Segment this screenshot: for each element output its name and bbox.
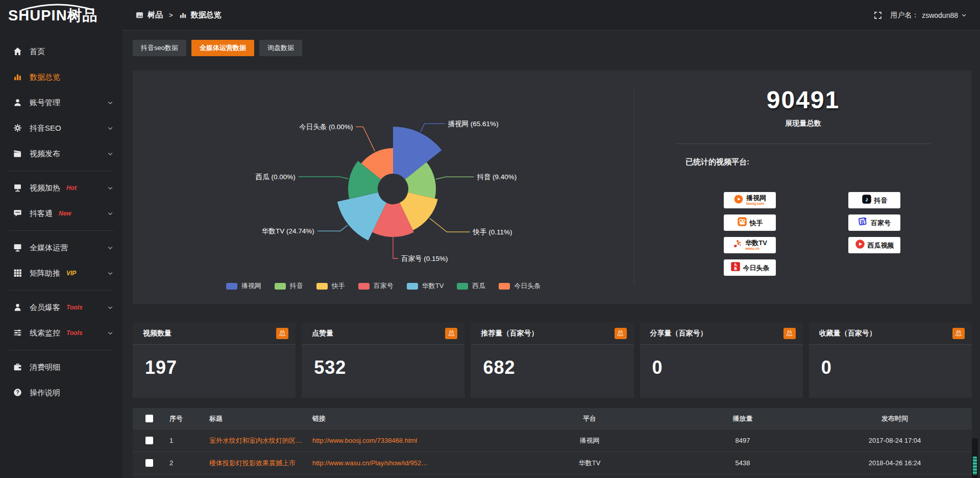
pie-label-华数TV: 华数TV (24.74%) — [262, 227, 314, 235]
breadcrumb-root[interactable]: 树品 — [148, 10, 163, 20]
sidebar-item-3[interactable]: 账号管理 — [0, 90, 122, 115]
sidebar-item-9[interactable]: 矩阵助推VIP — [0, 260, 122, 286]
col-header-num[interactable]: 序号 — [165, 414, 205, 423]
sidebar-item-badge: New — [59, 210, 71, 217]
sidebar: SHUPIN树品 首页数据总览账号管理抖音SEO视频发布视频加热Hot抖客通Ne… — [0, 0, 122, 478]
chevron-down-icon — [107, 270, 113, 276]
chevron-down-icon — [107, 210, 113, 217]
chevron-down-icon — [107, 185, 113, 191]
platform-badge-西瓜视频[interactable]: 西瓜视频 — [848, 237, 900, 253]
stat-card-value: 0 — [809, 345, 972, 378]
impressions-total-value: 90491 — [634, 86, 972, 114]
brand-logo[interactable]: SHUPIN树品 — [0, 0, 122, 32]
platform-name: 百家号 — [871, 220, 891, 226]
svg-text:♪: ♪ — [865, 196, 868, 203]
rose-pie-svg[interactable]: 播视网 (65.61%)抖音 (9.40%)快手 (0.11%)百家号 (0.1… — [133, 70, 634, 275]
chat-icon — [13, 209, 22, 218]
stat-card-total-badge[interactable]: 总 — [615, 328, 627, 339]
row-plays: 8497 — [668, 437, 818, 444]
legend-item-播视网[interactable]: 播视网 — [226, 281, 261, 291]
platform-name: 播视网 — [746, 195, 766, 201]
col-header-link[interactable]: 链接 — [308, 414, 511, 423]
video-url-link[interactable]: http://www.wasu.cn/Play/show/id/952… — [308, 459, 511, 467]
sidebar-item-5[interactable]: 视频发布 — [0, 141, 122, 166]
tab-3[interactable]: 询盘数据 — [259, 40, 302, 56]
stat-card-total-badge[interactable]: 总 — [783, 328, 796, 339]
platform-badge-播视网[interactable]: 播视网boosj.com — [724, 192, 776, 208]
legend-item-华数TV[interactable]: 华数TV — [407, 281, 444, 291]
user-menu[interactable]: 用户名：zswodun88 — [890, 11, 967, 20]
row-platform: 华数TV — [511, 459, 668, 468]
sidebar-item-12[interactable]: 消费明细 — [0, 354, 122, 380]
sidebar-item-label: 视频发布 — [30, 149, 60, 159]
app-root: SHUPIN树品 首页数据总览账号管理抖音SEO视频发布视频加热Hot抖客通Ne… — [0, 0, 980, 478]
video-url-link[interactable]: http://www.boosj.com/7338468.html — [308, 437, 511, 444]
col-header-time[interactable]: 发布时间 — [818, 414, 972, 423]
pie-label-快手: 快手 (0.11%) — [473, 228, 512, 236]
stat-card-title: 视频数量 — [143, 329, 172, 338]
legend-item-快手[interactable]: 快手 — [316, 281, 345, 291]
legend-item-今日头条[interactable]: 今日头条 — [499, 281, 541, 291]
sidebar-item-2[interactable]: 数据总览 — [0, 64, 122, 90]
sidebar-item-4[interactable]: 抖音SEO — [0, 115, 122, 141]
video-title-link[interactable]: 室外水纹灯和室内水纹灯的区别和简介 — [205, 436, 308, 445]
sidebar-item-badge: Hot — [66, 184, 77, 192]
sidebar-item-10[interactable]: 会员爆客Tools — [0, 295, 122, 320]
pie-label-西瓜: 西瓜 (0.00%) — [256, 173, 296, 181]
col-header-platform[interactable]: 平台 — [511, 414, 668, 423]
platform-badge-华数TV[interactable]: 华数TVwasu.cn — [724, 237, 776, 253]
member-icon — [13, 303, 22, 312]
sidebar-item-11[interactable]: 线索监控Tools — [0, 320, 122, 346]
sidebar-item-7[interactable]: 抖客通New — [0, 201, 122, 226]
pie-label-line — [299, 177, 349, 179]
row-checkbox[interactable] — [145, 437, 153, 444]
tab-1[interactable]: 抖音seo数据 — [133, 40, 186, 56]
legend-swatch — [275, 283, 286, 290]
platform-badge-快手[interactable]: 快手 — [724, 214, 776, 231]
sidebar-item-13[interactable]: ?操作说明 — [0, 380, 122, 405]
sidebar-item-1[interactable]: 首页 — [0, 39, 122, 64]
pie-label-line — [356, 127, 375, 151]
sidebar-item-8[interactable]: 全媒体运营 — [0, 235, 122, 260]
scrollbar-thumb[interactable] — [973, 457, 977, 475]
monitor-icon — [13, 183, 22, 192]
select-all-checkbox[interactable] — [145, 415, 153, 422]
stat-card-header: 视频数量总 — [133, 322, 296, 345]
baijiahao-logo-icon: 百 — [858, 217, 868, 229]
platform-badge-百家号[interactable]: 百百家号 — [848, 214, 900, 231]
topbar: 树品 > 数据总览 用户名：zswodun88 — [122, 0, 980, 31]
table-row: 2楼体投影灯投影效果震撼上市http://www.wasu.cn/Play/sh… — [133, 452, 972, 474]
video-title-link[interactable]: 楼体投影灯投影效果震撼上市 — [205, 459, 308, 468]
sidebar-item-label: 全媒体运营 — [30, 243, 68, 253]
legend-item-抖音[interactable]: 抖音 — [275, 281, 303, 291]
stat-card-total-badge[interactable]: 总 — [445, 328, 457, 339]
col-header-plays[interactable]: 播放量 — [668, 414, 818, 423]
row-checkbox[interactable] — [145, 459, 153, 467]
platform-badge-今日头条[interactable]: 头条今日头条 — [724, 259, 776, 276]
platform-name: 快手 — [750, 220, 763, 226]
legend-item-百家号[interactable]: 百家号 — [358, 281, 394, 291]
col-header-title[interactable]: 标题 — [205, 414, 308, 423]
stat-card-2: 点赞量总532 — [302, 322, 464, 398]
breadcrumb-separator: > — [169, 11, 173, 19]
sidebar-item-6[interactable]: 视频加热Hot — [0, 175, 122, 201]
platforms-label: 已统计的视频平台: — [685, 157, 972, 167]
pie-label-今日头条: 今日头条 (0.00%) — [299, 123, 353, 131]
tab-2[interactable]: 全媒体运营数据 — [191, 40, 254, 56]
sidebar-item-label: 数据总览 — [30, 73, 60, 82]
chevron-down-icon — [107, 125, 113, 131]
page-scrollbar[interactable] — [972, 438, 978, 478]
fullscreen-icon[interactable] — [874, 11, 882, 19]
svg-text:条: 条 — [733, 267, 737, 271]
stat-card-total-badge[interactable]: 总 — [952, 328, 965, 339]
stat-card-total-badge[interactable]: 总 — [276, 328, 288, 339]
stat-card-header: 收藏量（百家号）总 — [809, 322, 972, 345]
row-plays: 5438 — [668, 459, 818, 467]
home-icon — [13, 47, 22, 56]
sidebar-item-label: 首页 — [30, 47, 45, 57]
legend-item-西瓜[interactable]: 西瓜 — [457, 281, 485, 291]
pie-label-line — [436, 177, 474, 179]
platform-badge-抖音[interactable]: ♪♪抖音 — [848, 192, 900, 208]
table-header-row: 序号标题链接平台播放量发布时间 — [133, 408, 972, 429]
legend-label: 百家号 — [374, 281, 394, 291]
